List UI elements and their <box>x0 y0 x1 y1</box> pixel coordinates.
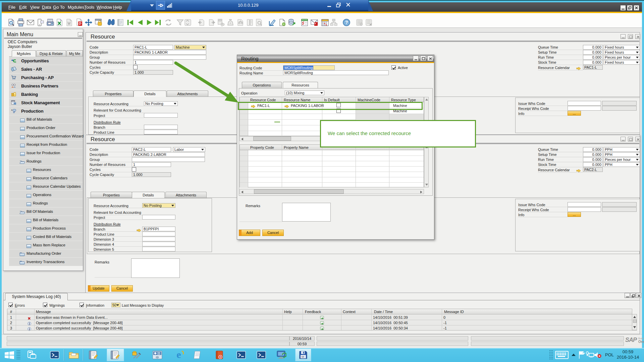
svg-text:64: 64 <box>302 356 304 358</box>
svg-text:?: ? <box>345 20 348 25</box>
